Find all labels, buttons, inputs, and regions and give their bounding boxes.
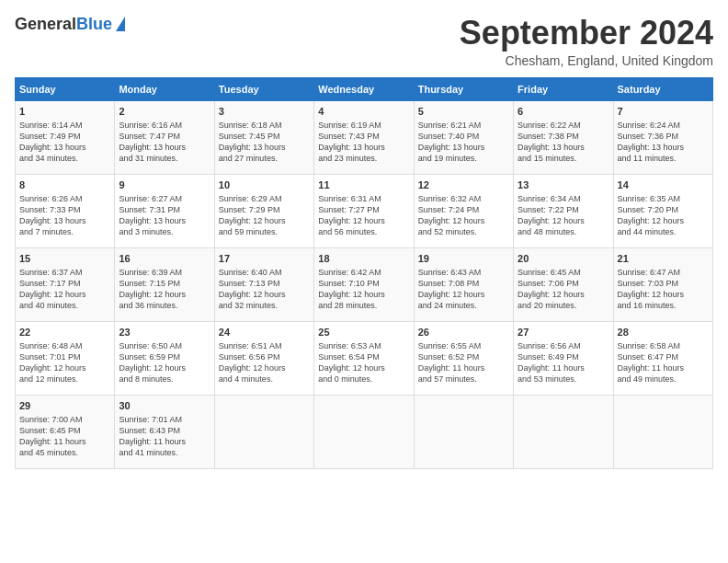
day-number: 26 [418, 326, 509, 339]
calendar-cell: 27Sunrise: 6:56 AM Sunset: 6:49 PM Dayli… [514, 321, 613, 395]
logo-blue-text: Blue [76, 15, 112, 34]
day-header-saturday: Saturday [613, 77, 712, 100]
calendar-cell: 18Sunrise: 6:42 AM Sunset: 7:10 PM Dayli… [314, 247, 414, 321]
calendar-cell: 10Sunrise: 6:29 AM Sunset: 7:29 PM Dayli… [214, 174, 313, 247]
day-info: Sunrise: 6:58 AM Sunset: 6:47 PM Dayligh… [618, 340, 709, 385]
day-info: Sunrise: 6:39 AM Sunset: 7:15 PM Dayligh… [119, 267, 210, 312]
calendar-cell [514, 395, 613, 468]
calendar-cell [414, 395, 513, 468]
logo-general-text: General [15, 15, 76, 34]
page-header: General Blue September 2024 Chesham, Eng… [15, 15, 713, 68]
day-number: 21 [618, 252, 709, 266]
day-number: 28 [618, 326, 709, 339]
day-header-friday: Friday [514, 77, 613, 100]
day-info: Sunrise: 6:35 AM Sunset: 7:20 PM Dayligh… [618, 193, 709, 238]
calendar-cell: 6Sunrise: 6:22 AM Sunset: 7:38 PM Daylig… [514, 100, 613, 174]
calendar-week-row: 1Sunrise: 6:14 AM Sunset: 7:49 PM Daylig… [16, 100, 713, 174]
day-info: Sunrise: 6:24 AM Sunset: 7:36 PM Dayligh… [618, 120, 709, 165]
day-info: Sunrise: 6:21 AM Sunset: 7:40 PM Dayligh… [418, 120, 509, 165]
calendar-week-row: 29Sunrise: 7:00 AM Sunset: 6:45 PM Dayli… [16, 395, 713, 468]
calendar-cell: 2Sunrise: 6:16 AM Sunset: 7:47 PM Daylig… [115, 100, 214, 174]
calendar-cell: 16Sunrise: 6:39 AM Sunset: 7:15 PM Dayli… [115, 247, 214, 321]
calendar-cell: 26Sunrise: 6:55 AM Sunset: 6:52 PM Dayli… [414, 321, 513, 395]
day-number: 17 [219, 252, 310, 266]
calendar-cell: 9Sunrise: 6:27 AM Sunset: 7:31 PM Daylig… [115, 174, 214, 247]
day-info: Sunrise: 6:48 AM Sunset: 7:01 PM Dayligh… [19, 340, 110, 385]
day-info: Sunrise: 6:37 AM Sunset: 7:17 PM Dayligh… [19, 267, 110, 312]
day-info: Sunrise: 6:45 AM Sunset: 7:06 PM Dayligh… [518, 267, 609, 312]
day-number: 15 [19, 252, 110, 266]
days-header-row: SundayMondayTuesdayWednesdayThursdayFrid… [16, 77, 713, 100]
day-number: 7 [618, 105, 709, 119]
calendar-cell: 17Sunrise: 6:40 AM Sunset: 7:13 PM Dayli… [214, 247, 313, 321]
day-header-sunday: Sunday [16, 77, 115, 100]
day-info: Sunrise: 6:18 AM Sunset: 7:45 PM Dayligh… [219, 120, 310, 165]
day-info: Sunrise: 6:31 AM Sunset: 7:27 PM Dayligh… [318, 193, 409, 238]
title-block: September 2024 Chesham, England, United … [460, 15, 713, 68]
calendar-cell [314, 395, 414, 468]
day-info: Sunrise: 7:00 AM Sunset: 6:45 PM Dayligh… [19, 414, 110, 459]
day-number: 22 [19, 326, 110, 339]
day-header-tuesday: Tuesday [214, 77, 313, 100]
calendar-cell: 15Sunrise: 6:37 AM Sunset: 7:17 PM Dayli… [16, 247, 115, 321]
day-number: 10 [219, 178, 310, 192]
calendar-cell [214, 395, 313, 468]
calendar-cell: 3Sunrise: 6:18 AM Sunset: 7:45 PM Daylig… [214, 100, 313, 174]
calendar-week-row: 22Sunrise: 6:48 AM Sunset: 7:01 PM Dayli… [16, 321, 713, 395]
calendar-cell: 29Sunrise: 7:00 AM Sunset: 6:45 PM Dayli… [16, 395, 115, 468]
month-title: September 2024 [460, 15, 713, 52]
calendar-cell: 1Sunrise: 6:14 AM Sunset: 7:49 PM Daylig… [16, 100, 115, 174]
calendar-cell: 25Sunrise: 6:53 AM Sunset: 6:54 PM Dayli… [314, 321, 414, 395]
day-info: Sunrise: 6:51 AM Sunset: 6:56 PM Dayligh… [219, 340, 310, 385]
day-number: 16 [119, 252, 210, 266]
calendar-week-row: 15Sunrise: 6:37 AM Sunset: 7:17 PM Dayli… [16, 247, 713, 321]
day-number: 13 [518, 178, 609, 192]
day-number: 12 [418, 178, 509, 192]
calendar-cell: 13Sunrise: 6:34 AM Sunset: 7:22 PM Dayli… [514, 174, 613, 247]
calendar-cell: 8Sunrise: 6:26 AM Sunset: 7:33 PM Daylig… [16, 174, 115, 247]
day-number: 5 [418, 105, 509, 119]
day-info: Sunrise: 6:26 AM Sunset: 7:33 PM Dayligh… [19, 193, 110, 238]
calendar-cell: 30Sunrise: 7:01 AM Sunset: 6:43 PM Dayli… [115, 395, 214, 468]
day-info: Sunrise: 6:22 AM Sunset: 7:38 PM Dayligh… [518, 120, 609, 165]
day-number: 20 [518, 252, 609, 266]
day-number: 3 [219, 105, 310, 119]
day-info: Sunrise: 6:42 AM Sunset: 7:10 PM Dayligh… [318, 267, 409, 312]
day-number: 18 [318, 252, 409, 266]
calendar-body: 1Sunrise: 6:14 AM Sunset: 7:49 PM Daylig… [16, 100, 713, 468]
day-number: 9 [119, 178, 210, 192]
day-number: 23 [119, 326, 210, 339]
day-info: Sunrise: 6:14 AM Sunset: 7:49 PM Dayligh… [19, 120, 110, 165]
day-info: Sunrise: 6:47 AM Sunset: 7:03 PM Dayligh… [618, 267, 709, 312]
calendar-cell: 19Sunrise: 6:43 AM Sunset: 7:08 PM Dayli… [414, 247, 513, 321]
calendar-cell: 24Sunrise: 6:51 AM Sunset: 6:56 PM Dayli… [214, 321, 313, 395]
day-number: 1 [19, 105, 110, 119]
calendar-cell: 5Sunrise: 6:21 AM Sunset: 7:40 PM Daylig… [414, 100, 513, 174]
day-info: Sunrise: 6:34 AM Sunset: 7:22 PM Dayligh… [518, 193, 609, 238]
calendar-cell: 14Sunrise: 6:35 AM Sunset: 7:20 PM Dayli… [613, 174, 712, 247]
day-info: Sunrise: 6:29 AM Sunset: 7:29 PM Dayligh… [219, 193, 310, 238]
calendar-cell [613, 395, 712, 468]
day-number: 6 [518, 105, 609, 119]
calendar-cell: 21Sunrise: 6:47 AM Sunset: 7:03 PM Dayli… [613, 247, 712, 321]
logo-triangle-icon [116, 17, 125, 31]
calendar-table: SundayMondayTuesdayWednesdayThursdayFrid… [15, 77, 713, 469]
day-header-thursday: Thursday [414, 77, 513, 100]
day-number: 8 [19, 178, 110, 192]
day-number: 24 [219, 326, 310, 339]
day-header-monday: Monday [115, 77, 214, 100]
day-info: Sunrise: 6:40 AM Sunset: 7:13 PM Dayligh… [219, 267, 310, 312]
day-number: 19 [418, 252, 509, 266]
calendar-cell: 22Sunrise: 6:48 AM Sunset: 7:01 PM Dayli… [16, 321, 115, 395]
calendar-cell: 20Sunrise: 6:45 AM Sunset: 7:06 PM Dayli… [514, 247, 613, 321]
calendar-cell: 23Sunrise: 6:50 AM Sunset: 6:59 PM Dayli… [115, 321, 214, 395]
day-info: Sunrise: 6:53 AM Sunset: 6:54 PM Dayligh… [318, 340, 409, 385]
calendar-cell: 4Sunrise: 6:19 AM Sunset: 7:43 PM Daylig… [314, 100, 414, 174]
day-info: Sunrise: 6:50 AM Sunset: 6:59 PM Dayligh… [119, 340, 210, 385]
calendar-cell: 11Sunrise: 6:31 AM Sunset: 7:27 PM Dayli… [314, 174, 414, 247]
calendar-cell: 28Sunrise: 6:58 AM Sunset: 6:47 PM Dayli… [613, 321, 712, 395]
day-info: Sunrise: 7:01 AM Sunset: 6:43 PM Dayligh… [119, 414, 210, 459]
day-number: 27 [518, 326, 609, 339]
day-info: Sunrise: 6:27 AM Sunset: 7:31 PM Dayligh… [119, 193, 210, 238]
day-info: Sunrise: 6:56 AM Sunset: 6:49 PM Dayligh… [518, 340, 609, 385]
